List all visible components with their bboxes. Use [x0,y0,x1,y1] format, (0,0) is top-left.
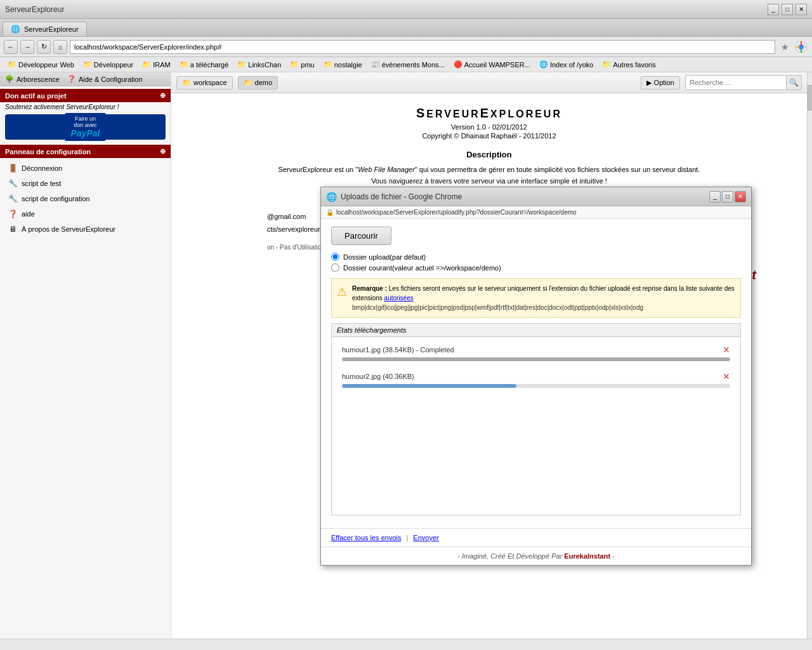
folder-icon: 📁 [8,60,16,69]
menu-script-config[interactable]: 🔧 script de configuration [0,191,171,206]
tab-icon: 🌐 [11,25,20,34]
menu-script-test-label: script de test [22,180,61,187]
footer-separator: | [406,534,408,541]
script-test-icon: 🔧 [8,178,18,189]
folder-icon: 📁 [237,60,246,69]
option-label: Option [654,79,674,86]
tree-icon: 🌳 [5,75,14,83]
forward-button[interactable]: → [20,40,34,54]
minimize-button[interactable]: _ [768,4,779,15]
upload-item-2-remove[interactable]: ✕ [723,371,730,381]
bookmark-wampserver[interactable]: 🔴 Accueil WAMPSER... [450,59,534,70]
folder-icon: 📁 [142,60,151,69]
upload-item-2: humour2.jpg (40.36KB) ✕ [337,369,735,390]
upload-item-1-progress [342,357,730,361]
bookmark-linkschan[interactable]: 📁 LinksChan [233,59,285,70]
title-bar: ServeurExploreur _ □ ✕ [0,0,812,19]
warning-label: Remarque : [352,285,387,292]
demo-folder[interactable]: 📁 demo [238,76,278,90]
folder-icon: 📁 [83,60,92,69]
donate-description: Soutenez activement ServeurExploreur ! [5,103,119,110]
panel-icon: ⊕ [160,147,166,156]
app-desc-line2: Vous naviguerez à travers votre serveur … [267,176,711,187]
browse-button[interactable]: Parcourir [331,227,391,245]
dialog-title-bar: 🌐 Uploads de fichier - Google Chrome _ □… [321,187,751,206]
menu-aide-label: aide [22,210,35,218]
menu-aide[interactable]: ❓ aide [0,206,171,222]
bookmark-star-icon[interactable]: ★ [778,40,792,54]
title-bar-controls: _ □ ✕ [768,4,807,15]
sidebar-nav-arborescence-label: Arborescence [16,76,60,83]
dialog-close-button[interactable]: ✕ [735,191,746,202]
uploads-list: humour1.jpg (38.54KB) - Completed ✕ [332,337,740,515]
upload-dialog: 🌐 Uploads de fichier - Google Chrome _ □… [320,187,752,566]
help-config-icon: ❓ [67,75,76,83]
sidebar-nav-arborescence[interactable]: 🌳 Arborescence [5,75,60,83]
radio-dossier-upload-label: Dossier upload(par défaut) [343,253,426,261]
tab-bar: 🌐 ServeurExploreur [0,19,812,37]
chrome-icon [794,40,808,54]
radio-dossier-upload[interactable]: Dossier upload(par défaut) [331,253,741,261]
main-toolbar: 📁 workspace 📁 demo ▶ Option 🔍 [171,72,807,93]
folder-icon: 📁 [180,60,188,69]
warning-box: ⚠ Remarque : Les fichiers seront envoyés… [331,278,741,318]
bookmark-iram[interactable]: 📁 IRAM [138,59,174,70]
sidebar-nav-aide[interactable]: ❓ Aide & Configuration [67,75,143,83]
footer-send-link[interactable]: Envoyer [413,534,438,541]
bookmark-autres[interactable]: 📁 Autres favoris [598,59,659,70]
dialog-title-text: Uploads de fichier - Google Chrome [341,192,705,201]
back-button[interactable]: ← [4,40,18,54]
dialog-footer-brand: EurekaInstant [564,552,610,560]
home-button[interactable]: ⌂ [53,40,67,54]
menu-script-test[interactable]: 🔧 script de test [0,176,171,191]
svg-point-1 [799,44,804,50]
bookmark-evenements[interactable]: 📰 évènements Mons... [367,59,449,70]
content-area: 🌳 Arborescence ❓ Aide & Configuration Do… [0,72,812,639]
close-button[interactable]: ✕ [796,4,807,15]
bookmark-pmu[interactable]: 📁 pmu [286,59,318,70]
bookmark-nostalgie[interactable]: 📁 nostalgie [320,59,366,70]
paypal-button[interactable]: Faire un don avec PayPal [5,114,166,140]
upload-item-1-filename: humour1.jpg (38.54KB) - Completed [342,346,454,354]
donate-text: Soutenez activement ServeurExploreur ! [0,102,171,112]
menu-apropos[interactable]: 🖥 À propos de ServeurExploreur [0,222,171,237]
bookmark-developpeur-web[interactable]: 📁 Développeur Web [4,59,78,70]
bookmark-yoko[interactable]: 🌐 Index of /yoko [535,59,598,70]
footer-clear-link[interactable]: Effacer tous les envois [331,534,401,541]
upload-item-2-filename: humour2.jpg (40.36KB) [342,373,414,380]
browser-title: ServeurExploreur [5,5,64,14]
warning-link[interactable]: autorisées [384,295,414,302]
radio-dossier-courant[interactable]: Dossier courant(valeur actuel =>/workspa… [331,263,741,272]
browser-tab[interactable]: 🌐 ServeurExploreur [3,22,87,36]
upload-item-1-remove[interactable]: ✕ [723,345,730,355]
title-bar-left: ServeurExploreur [5,5,64,14]
scroll-thumb[interactable] [808,85,812,110]
folder-icon: 📁 [602,60,611,69]
dialog-minimize-button[interactable]: _ [709,191,721,202]
bookmark-developpeur[interactable]: 📁 Développeur [79,59,137,70]
dialog-cree-text: Créé [490,552,506,560]
search-button[interactable]: 🔍 [787,75,802,90]
upload-item-2-progress [342,384,730,388]
menu-deconnexion[interactable]: 🚪 Déconnexion [0,161,171,176]
scrollbar[interactable] [807,72,812,639]
search-input[interactable] [685,75,787,90]
bookmark-telecharge[interactable]: 📁 a téléchargé [176,59,233,70]
app-title: SERVEUREXPLOREUR [197,106,782,121]
search-icon: 🔍 [789,78,799,87]
reload-button[interactable]: ↻ [37,40,51,54]
main-content: 📁 workspace 📁 demo ▶ Option 🔍 [171,72,807,639]
app-desc-line1: ServeurExploreur est un "Web File Manage… [267,164,711,176]
option-arrow-icon: ▶ [646,79,652,87]
folder-icon: 📁 [244,79,252,87]
maximize-button[interactable]: □ [782,4,793,15]
browser-window: ServeurExploreur _ □ ✕ 🌐 ServeurExploreu… [0,0,812,650]
uploads-header: Etats téléchargements [332,324,740,337]
address-input[interactable] [70,40,775,54]
script-config-icon: 🔧 [8,194,18,204]
option-button[interactable]: ▶ Option [641,76,680,90]
search-area: 🔍 [685,75,802,90]
workspace-folder[interactable]: 📁 workspace [176,76,233,90]
lock-icon: 🔒 [326,209,334,216]
dialog-maximize-button[interactable]: □ [722,191,733,202]
